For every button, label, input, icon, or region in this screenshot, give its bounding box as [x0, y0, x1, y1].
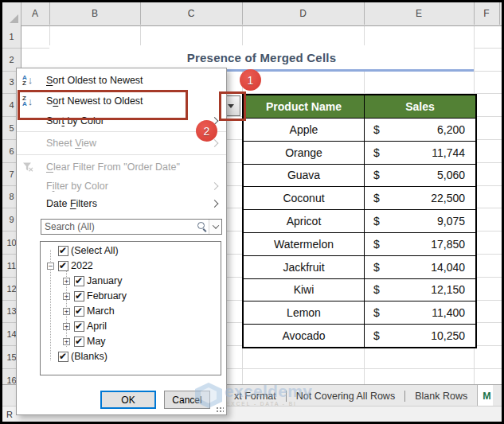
expand-icon[interactable]: +	[63, 278, 70, 285]
menu-item-label: Filter by Color	[46, 181, 108, 192]
column-header-f[interactable]: F	[474, 2, 500, 25]
filter-tree-item-january[interactable]: +✔January	[41, 274, 221, 290]
sheet-tab-not-covering-all-rows[interactable]: Not Covering All Rows	[287, 385, 404, 406]
product-cell[interactable]: Avocado	[244, 325, 365, 347]
menu-item-sort-oldest-to-newest[interactable]: AZ↓Sort Oldest to Newest	[17, 70, 226, 90]
column-headers: ABCDEF	[2, 2, 502, 26]
column-header-d[interactable]: D	[242, 2, 365, 25]
product-cell[interactable]: Guava	[244, 165, 365, 188]
checkbox[interactable]: ✔	[58, 261, 68, 271]
tree-item-label: April	[87, 321, 107, 332]
product-cell[interactable]: Coconut	[244, 187, 365, 210]
table-row: Jackfruit$14,040	[244, 256, 475, 279]
search-dropdown-button[interactable]	[209, 220, 221, 234]
sales-cell[interactable]: $6,200	[365, 119, 475, 142]
product-cell[interactable]: Apple	[244, 119, 365, 142]
product-cell[interactable]: Orange	[244, 142, 365, 165]
search-input[interactable]	[41, 221, 196, 232]
menu-separator	[17, 131, 226, 132]
column-header-b[interactable]: B	[49, 2, 141, 25]
expand-icon[interactable]: +	[63, 293, 70, 300]
sales-cell[interactable]: $11,744	[365, 142, 475, 165]
sales-cell[interactable]: $9,075	[365, 210, 475, 233]
sales-cell[interactable]: $5,060	[365, 165, 475, 188]
product-cell[interactable]: Apricot	[244, 210, 365, 233]
collapse-icon[interactable]: −	[47, 263, 54, 270]
sales-value: 14,040	[431, 261, 465, 274]
expand-icon[interactable]: +	[63, 308, 70, 315]
tree-item-label: May	[87, 336, 106, 347]
sheet-tab-m[interactable]: M	[477, 385, 493, 406]
currency-symbol: $	[373, 123, 380, 136]
sales-cell[interactable]: $17,850	[365, 233, 475, 256]
checkmark-icon: ✔	[75, 336, 83, 347]
column-header-a[interactable]: A	[21, 2, 50, 25]
checkbox[interactable]: ✔	[58, 246, 68, 256]
table-header-row: Product NameSales	[244, 95, 475, 119]
checkbox[interactable]: ✔	[74, 336, 84, 347]
search-icon	[196, 220, 209, 233]
filter-tree-item-blanks[interactable]: ✔(Blanks)	[41, 350, 221, 365]
tree-item-label: (Select All)	[71, 245, 119, 256]
checkbox[interactable]: ✔	[58, 352, 68, 362]
menu-item-date-filters[interactable]: Date Filters	[17, 195, 226, 212]
expand-icon[interactable]: +	[63, 338, 70, 345]
cancel-button[interactable]: Cancel	[164, 391, 210, 409]
sales-value: 12,150	[431, 283, 465, 296]
checkbox[interactable]: ✔	[74, 276, 84, 286]
merged-title-cell[interactable]: Presence of Merged Cells	[49, 45, 474, 69]
currency-symbol: $	[373, 192, 380, 204]
filter-tree-item-february[interactable]: +✔February	[41, 290, 221, 305]
filter-tree-item-2022[interactable]: −✔2022	[41, 259, 221, 274]
step-badge-1: 1	[240, 69, 261, 91]
product-cell[interactable]: Jackfruit	[244, 256, 365, 279]
sheet-tab-xt-format[interactable]: xt Format	[225, 385, 286, 406]
currency-symbol: $	[373, 215, 380, 228]
column-header-e[interactable]: E	[364, 2, 475, 25]
filter-tree-item-may[interactable]: +✔May	[41, 335, 221, 350]
sales-cell[interactable]: $14,040	[365, 256, 475, 279]
currency-symbol: $	[373, 306, 380, 319]
sales-value: 11,744	[432, 146, 465, 159]
checkmark-icon: ✔	[59, 245, 67, 256]
checkbox[interactable]: ✔	[74, 291, 84, 301]
table-header-product-name[interactable]: Product Name	[244, 95, 365, 119]
expand-icon[interactable]: +	[63, 323, 70, 330]
tree-item-label: 2022	[71, 260, 93, 271]
product-cell[interactable]: Kiwi	[244, 279, 365, 302]
sales-cell[interactable]: $10,250	[365, 325, 475, 347]
column-header-c[interactable]: C	[140, 2, 243, 25]
select-all-corner[interactable]	[2, 2, 21, 25]
tree-item-label: January	[87, 275, 122, 286]
clear-filter-icon	[22, 162, 43, 173]
filter-tree-item-april[interactable]: +✔April	[41, 320, 221, 335]
menu-resize-grip[interactable]	[216, 406, 224, 413]
checkbox[interactable]: ✔	[74, 306, 84, 317]
row-header-1[interactable]: 1	[2, 25, 21, 49]
ok-button[interactable]: OK	[100, 391, 156, 409]
currency-symbol: $	[373, 261, 380, 274]
sales-cell[interactable]: $12,150	[365, 279, 475, 302]
menu-separator	[17, 154, 226, 155]
sales-cell[interactable]: $11,400	[365, 301, 475, 325]
sheet-title: Presence of Merged Cells	[187, 51, 336, 64]
currency-symbol: $	[373, 238, 380, 251]
table-row: Guava$5,060	[244, 165, 475, 188]
checkbox[interactable]: ✔	[74, 321, 84, 332]
sales-value: 10,250	[431, 329, 465, 342]
menu-item-label: Date Filters	[46, 198, 97, 209]
submenu-arrow-icon	[211, 139, 219, 147]
data-table: Product NameSalesApple$6,200Orange$11,74…	[242, 94, 477, 348]
filter-tree-item-march[interactable]: +✔March	[41, 305, 221, 320]
table-header-sales[interactable]: Sales	[365, 95, 475, 119]
table-row: Avocado$10,250	[244, 325, 475, 347]
sheet-tab-blank-rows[interactable]: Blank Rows	[405, 385, 477, 406]
filter-tree-item-select-all[interactable]: ✔(Select All)	[41, 244, 221, 259]
product-cell[interactable]: Watermelon	[244, 233, 365, 256]
sales-cell[interactable]: $22,500	[365, 187, 475, 210]
submenu-arrow-icon	[211, 200, 219, 208]
menu-item-label: Sheet View	[46, 138, 96, 149]
product-cell[interactable]: Lemon	[244, 301, 365, 325]
sort-az-icon: AZ↓	[22, 75, 43, 86]
tree-item-label: February	[87, 290, 127, 301]
